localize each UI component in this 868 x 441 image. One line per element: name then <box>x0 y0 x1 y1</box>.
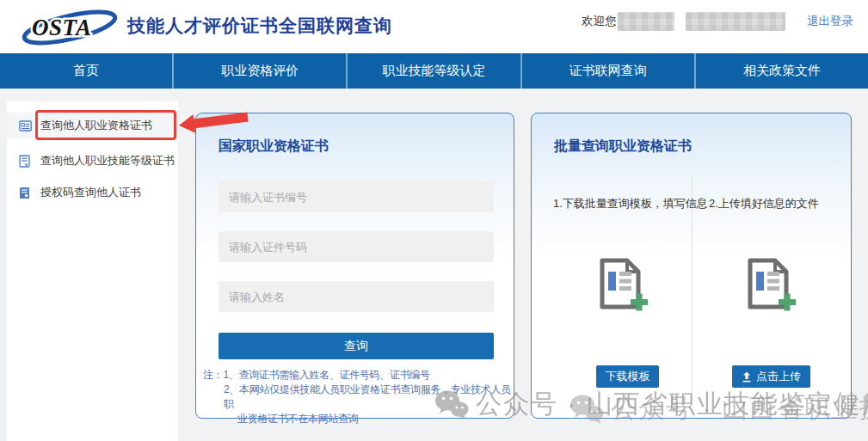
site-title: 技能人才评价证书全国联网查询 <box>127 14 392 38</box>
certificate-number-input[interactable] <box>219 181 494 212</box>
nav-item-skill-level[interactable]: 职业技能等级认定 <box>346 53 520 89</box>
document-add-icon <box>736 254 798 315</box>
batch-query-card: 批量查询职业资格证书 1.下载批量查询模板，填写信息 2.上传填好信息的文件 <box>531 113 852 419</box>
id-number-input[interactable] <box>219 231 494 262</box>
upload-button[interactable]: 点击上传 <box>732 365 810 388</box>
note-line: 业资格证书不在本网站查询 <box>237 412 511 426</box>
page: OSTA 技能人才评价证书全国联网查询 欢迎您， 退出登录 首页 职业资格评价 … <box>0 0 868 441</box>
upload-icon <box>742 371 752 383</box>
header: OSTA 技能人才评价证书全国联网查询 欢迎您， 退出登录 <box>0 0 868 53</box>
sidebar-item-auth-code-query[interactable]: 授权码查询他人证书 <box>7 180 178 205</box>
download-template-button[interactable]: 下载模板 <box>596 365 659 388</box>
sidebar-item-label: 查询他人职业资格证书 <box>40 118 152 133</box>
nav-item-occupational-qualification[interactable]: 职业资格评价 <box>172 53 346 89</box>
note-line: 2、本网站仅提供技能人员职业资格证书查询服务，专业技术人员职 <box>224 383 511 412</box>
note-line: 注：1、查询证书需输入姓名、证件号码、证书编号 <box>203 368 511 383</box>
redacted-user-name <box>618 12 674 31</box>
certificate-doc-icon <box>19 155 32 168</box>
query-submit-button[interactable]: 查询 <box>219 333 494 359</box>
sidebar-item-query-others-qualification[interactable]: 查询他人职业资格证书 <box>7 113 178 138</box>
document-add-icon <box>588 254 650 315</box>
redacted-user-org <box>686 12 785 31</box>
nav-item-policy-files[interactable]: 相关政策文件 <box>694 53 868 89</box>
batch-step1-label: 1.下载批量查询模板，填写信息 <box>553 196 708 211</box>
sidebar-item-label: 查询他人职业技能等级证书 <box>40 153 175 168</box>
main-nav: 首页 职业资格评价 职业技能等级认定 证书联网查询 相关政策文件 <box>0 53 868 89</box>
query-notes: 注：1、查询证书需输入姓名、证件号码、证书编号 2、本网站仅提供技能人员职业资格… <box>203 368 511 426</box>
nav-item-certificate-query[interactable]: 证书联网查询 <box>520 53 694 89</box>
logout-link[interactable]: 退出登录 <box>807 14 853 29</box>
name-input[interactable] <box>219 281 494 312</box>
upload-button-label: 点击上传 <box>756 369 801 384</box>
national-qualification-query-card: 国家职业资格证书 查询 注：1、查询证书需输入姓名、证件号码、证书编号 2、本网… <box>195 113 514 419</box>
sidebar: 查询他人职业资格证书 查询他人职业技能等级证书 <box>7 101 178 441</box>
nav-item-home[interactable]: 首页 <box>0 53 172 89</box>
sidebar-item-label: 授权码查询他人证书 <box>40 185 141 200</box>
doc-search-icon <box>19 187 32 199</box>
osta-logo[interactable]: OSTA <box>21 7 120 46</box>
sidebar-item-query-others-skill-level[interactable]: 查询他人职业技能等级证书 <box>7 148 178 174</box>
download-template-label: 下载模板 <box>606 369 650 384</box>
query-card-title: 国家职业资格证书 <box>219 138 329 156</box>
batch-step2-label: 2.上传填好信息的文件 <box>709 196 819 211</box>
id-card-icon <box>19 119 32 132</box>
batch-card-title: 批量查询职业资格证书 <box>554 138 692 156</box>
osta-logo-text: OSTA <box>32 15 92 40</box>
